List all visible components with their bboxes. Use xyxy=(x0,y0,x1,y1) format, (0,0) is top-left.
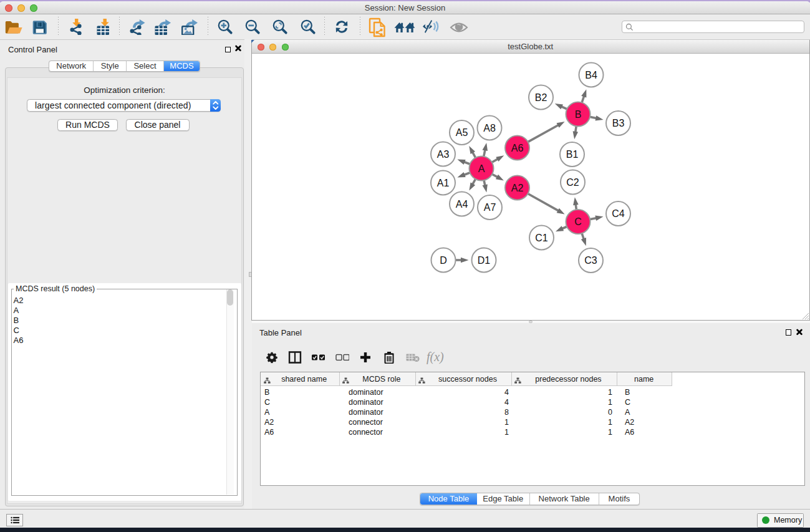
svg-text:A8: A8 xyxy=(483,123,496,133)
svg-text:A6: A6 xyxy=(511,143,524,153)
svg-text:A5: A5 xyxy=(456,127,468,138)
svg-text:C: C xyxy=(574,216,582,227)
svg-text:C4: C4 xyxy=(612,208,625,219)
svg-text:B4: B4 xyxy=(585,70,597,80)
svg-text:C3: C3 xyxy=(584,255,597,266)
svg-text:D: D xyxy=(440,255,447,266)
svg-text:A: A xyxy=(478,163,485,174)
svg-text:C2: C2 xyxy=(566,177,579,188)
svg-text:A3: A3 xyxy=(437,149,450,160)
svg-text:A7: A7 xyxy=(484,202,496,213)
svg-text:A4: A4 xyxy=(456,199,468,210)
svg-text:B3: B3 xyxy=(612,118,625,128)
svg-text:B2: B2 xyxy=(535,92,547,103)
svg-text:C1: C1 xyxy=(535,233,548,243)
svg-text:A1: A1 xyxy=(437,178,450,188)
svg-text:B: B xyxy=(575,109,582,120)
svg-text:A2: A2 xyxy=(511,183,524,193)
svg-text:D1: D1 xyxy=(478,255,491,266)
svg-text:B1: B1 xyxy=(566,149,579,160)
